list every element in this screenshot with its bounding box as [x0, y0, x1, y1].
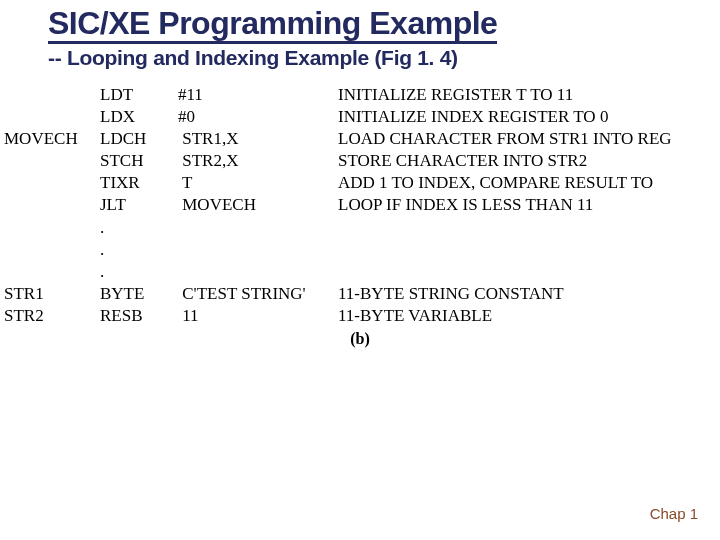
code-mnemonic: RESB [100, 305, 178, 327]
slide-title: SIC/XE Programming Example [48, 6, 497, 44]
code-operand [178, 239, 338, 261]
code-comment: INITIALIZE INDEX REGISTER TO 0 [338, 106, 720, 128]
code-row: JLT MOVECH LOOP IF INDEX IS LESS THAN 11 [0, 194, 720, 216]
code-operand: STR2,X [178, 150, 338, 172]
code-label [0, 106, 100, 128]
code-row: . [0, 261, 720, 283]
code-mnemonic: LDX [100, 106, 178, 128]
code-row: LDX #0 INITIALIZE INDEX REGISTER TO 0 [0, 106, 720, 128]
code-comment: LOAD CHARACTER FROM STR1 INTO REG [338, 128, 720, 150]
code-operand: #0 [178, 106, 338, 128]
code-label: STR1 [0, 283, 100, 305]
code-mnemonic: TIXR [100, 172, 178, 194]
code-mnemonic: LDT [100, 84, 178, 106]
code-operand [178, 217, 338, 239]
code-operand: #11 [178, 84, 338, 106]
code-label: STR2 [0, 305, 100, 327]
code-comment [338, 261, 720, 283]
code-row: . [0, 217, 720, 239]
code-mnemonic: . [100, 239, 178, 261]
code-label: MOVECH [0, 128, 100, 150]
code-mnemonic: . [100, 217, 178, 239]
code-comment: LOOP IF INDEX IS LESS THAN 11 [338, 194, 720, 216]
chapter-footer: Chap 1 [650, 505, 698, 522]
code-listing: LDT #11 INITIALIZE REGISTER T TO 11 LDX … [0, 84, 720, 327]
code-row: LDT #11 INITIALIZE REGISTER T TO 11 [0, 84, 720, 106]
code-comment: 11-BYTE STRING CONSTANT [338, 283, 720, 305]
code-label [0, 194, 100, 216]
code-operand: 11 [178, 305, 338, 327]
code-operand [178, 261, 338, 283]
code-row: TIXR T ADD 1 TO INDEX, COMPARE RESULT TO [0, 172, 720, 194]
code-row: MOVECH LDCH STR1,X LOAD CHARACTER FROM S… [0, 128, 720, 150]
code-label [0, 217, 100, 239]
code-comment [338, 239, 720, 261]
code-label [0, 239, 100, 261]
code-comment: 11-BYTE VARIABLE [338, 305, 720, 327]
code-label [0, 84, 100, 106]
slide-subtitle: -- Looping and Indexing Example (Fig 1. … [48, 46, 458, 70]
code-operand: T [178, 172, 338, 194]
code-comment: INITIALIZE REGISTER T TO 11 [338, 84, 720, 106]
code-row: STCH STR2,X STORE CHARACTER INTO STR2 [0, 150, 720, 172]
code-mnemonic: JLT [100, 194, 178, 216]
code-label [0, 172, 100, 194]
code-operand: STR1,X [178, 128, 338, 150]
code-row: . [0, 239, 720, 261]
code-row: STR2 RESB 11 11-BYTE VARIABLE [0, 305, 720, 327]
code-mnemonic: STCH [100, 150, 178, 172]
code-comment: ADD 1 TO INDEX, COMPARE RESULT TO [338, 172, 720, 194]
code-label [0, 150, 100, 172]
code-comment: STORE CHARACTER INTO STR2 [338, 150, 720, 172]
figure-sublabel: (b) [0, 330, 720, 348]
code-mnemonic: BYTE [100, 283, 178, 305]
code-mnemonic: LDCH [100, 128, 178, 150]
code-row: STR1 BYTE C'TEST STRING' 11-BYTE STRING … [0, 283, 720, 305]
code-operand: C'TEST STRING' [178, 283, 338, 305]
code-mnemonic: . [100, 261, 178, 283]
code-label [0, 261, 100, 283]
code-comment [338, 217, 720, 239]
code-operand: MOVECH [178, 194, 338, 216]
